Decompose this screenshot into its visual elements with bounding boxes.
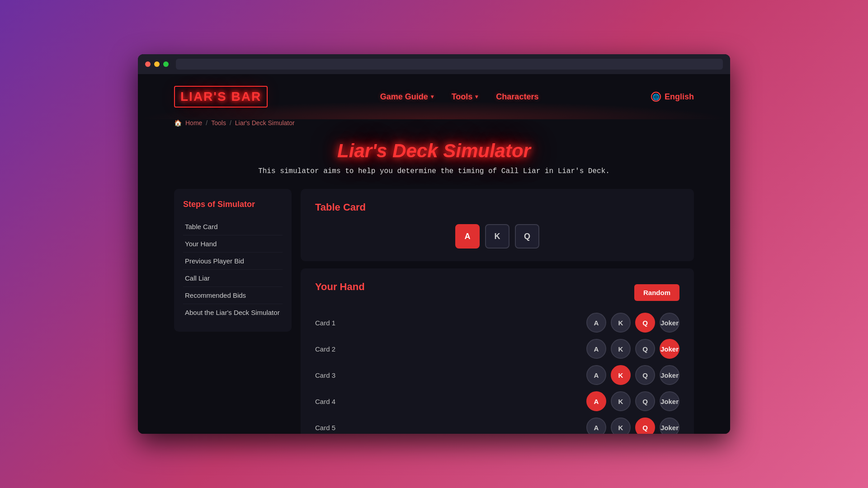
- card-5-btn-a[interactable]: A: [586, 418, 606, 434]
- browser-dot-red[interactable]: [145, 61, 151, 67]
- card-4-options: A K Q Joker: [586, 391, 679, 411]
- card-1-btn-a[interactable]: A: [586, 313, 606, 333]
- card-3-btn-k[interactable]: K: [611, 365, 631, 385]
- browser-dot-yellow[interactable]: [154, 61, 160, 67]
- table-row: Card 1 A K Q Joker: [315, 313, 679, 333]
- sidebar-item-about[interactable]: About the Liar's Deck Simulator: [183, 304, 283, 321]
- browser-dot-green[interactable]: [163, 61, 169, 67]
- nav-links: Game Guide ▾ Tools ▾ Characters: [380, 92, 539, 102]
- breadcrumb-separator-2: /: [230, 119, 231, 127]
- breadcrumb-section: 🏠 Home / Tools / Liar's Deck Simulator: [138, 119, 730, 127]
- sidebar-item-table-card[interactable]: Table Card: [183, 218, 283, 235]
- main-layout: Steps of Simulator Table Card Your Hand …: [138, 189, 730, 434]
- table-card-btn-q[interactable]: Q: [515, 224, 539, 249]
- card-2-btn-q[interactable]: Q: [635, 339, 655, 359]
- chevron-down-icon: ▾: [431, 94, 434, 100]
- page-title: Liar's Deck Simulator: [174, 140, 694, 162]
- browser-window: LIAR'S BAR Game Guide ▾ Tools ▾ Characte…: [138, 54, 730, 434]
- card-4-label: Card 4: [315, 398, 347, 405]
- chevron-down-icon: ▾: [475, 94, 478, 100]
- card-1-label: Card 1: [315, 319, 347, 327]
- table-card-section: Table Card A K Q: [301, 189, 694, 261]
- card-3-label: Card 3: [315, 371, 347, 379]
- card-3-btn-a[interactable]: A: [586, 365, 606, 385]
- breadcrumb-tools[interactable]: Tools: [211, 119, 226, 127]
- table-card-btn-k[interactable]: K: [485, 224, 509, 249]
- card-2-btn-a[interactable]: A: [586, 339, 606, 359]
- main-content: Table Card A K Q Your Hand Random: [301, 189, 694, 434]
- page-content: LIAR'S BAR Game Guide ▾ Tools ▾ Characte…: [138, 74, 730, 434]
- table-card-title: Table Card: [315, 202, 679, 213]
- card-3-btn-joker[interactable]: Joker: [660, 365, 679, 385]
- page-subtitle: This simulator aims to help you determin…: [174, 167, 694, 175]
- card-3-btn-q[interactable]: Q: [635, 365, 655, 385]
- card-2-options: A K Q Joker: [586, 339, 679, 359]
- card-4-btn-k[interactable]: K: [611, 391, 631, 411]
- hand-header: Your Hand Random: [315, 281, 679, 304]
- card-5-options: A K Q Joker: [586, 418, 679, 434]
- nav-item-tools[interactable]: Tools ▾: [452, 92, 478, 102]
- your-hand-title: Your Hand: [315, 281, 365, 293]
- navbar: LIAR'S BAR Game Guide ▾ Tools ▾ Characte…: [138, 74, 730, 119]
- browser-chrome: [138, 54, 730, 74]
- sidebar: Steps of Simulator Table Card Your Hand …: [174, 189, 292, 332]
- sidebar-item-your-hand[interactable]: Your Hand: [183, 235, 283, 253]
- card-2-btn-k[interactable]: K: [611, 339, 631, 359]
- table-row: Card 5 A K Q Joker: [315, 418, 679, 434]
- card-4-btn-q[interactable]: Q: [635, 391, 655, 411]
- sidebar-item-call-liar[interactable]: Call Liar: [183, 270, 283, 287]
- language-selector[interactable]: 🌐 English: [651, 92, 694, 102]
- card-4-btn-a[interactable]: A: [586, 391, 606, 411]
- globe-icon: 🌐: [651, 92, 661, 102]
- table-row: Card 4 A K Q Joker: [315, 391, 679, 411]
- nav-item-characters[interactable]: Characters: [496, 92, 538, 102]
- table-card-buttons: A K Q: [315, 224, 679, 249]
- card-1-options: A K Q Joker: [586, 313, 679, 333]
- card-1-btn-joker[interactable]: Joker: [660, 313, 679, 333]
- table-row: Card 2 A K Q Joker: [315, 339, 679, 359]
- browser-addressbar[interactable]: [176, 59, 723, 70]
- table-row: Card 3 A K Q Joker: [315, 365, 679, 385]
- logo[interactable]: LIAR'S BAR: [174, 86, 268, 108]
- table-card-btn-a[interactable]: A: [455, 224, 480, 249]
- page-title-section: Liar's Deck Simulator This simulator aim…: [138, 136, 730, 189]
- card-5-btn-joker[interactable]: Joker: [660, 418, 679, 434]
- card-1-btn-k[interactable]: K: [611, 313, 631, 333]
- card-5-label: Card 5: [315, 424, 347, 432]
- card-3-options: A K Q Joker: [586, 365, 679, 385]
- card-2-btn-joker[interactable]: Joker: [660, 339, 679, 359]
- your-hand-section: Your Hand Random Card 1 A K Q Joker: [301, 268, 694, 434]
- card-4-btn-joker[interactable]: Joker: [660, 391, 679, 411]
- card-2-label: Card 2: [315, 345, 347, 353]
- random-button[interactable]: Random: [634, 284, 679, 301]
- sidebar-item-previous-player-bid[interactable]: Previous Player Bid: [183, 253, 283, 270]
- breadcrumb-current: Liar's Deck Simulator: [235, 119, 295, 127]
- card-5-btn-k[interactable]: K: [611, 418, 631, 434]
- sidebar-item-recommended-bids[interactable]: Recommended Bids: [183, 287, 283, 304]
- card-1-btn-q[interactable]: Q: [635, 313, 655, 333]
- nav-item-game-guide[interactable]: Game Guide ▾: [380, 92, 434, 102]
- sidebar-title: Steps of Simulator: [183, 200, 283, 209]
- home-icon: 🏠: [174, 119, 182, 127]
- breadcrumb-home[interactable]: Home: [185, 119, 202, 127]
- breadcrumb-separator: /: [206, 119, 208, 127]
- card-5-btn-q[interactable]: Q: [635, 418, 655, 434]
- breadcrumb: 🏠 Home / Tools / Liar's Deck Simulator: [174, 119, 694, 127]
